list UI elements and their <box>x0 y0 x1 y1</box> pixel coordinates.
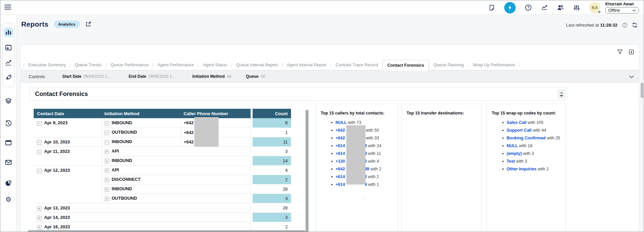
method-cell: +INBOUND <box>102 156 251 165</box>
help-icon[interactable]: ? <box>524 4 532 11</box>
item-link[interactable]: +614 <box>335 174 345 179</box>
sidebar-item-design[interactable] <box>4 73 13 82</box>
expand-icon[interactable]: + <box>105 197 109 201</box>
preferences-icon[interactable] <box>573 4 580 11</box>
sidebar-item-settings[interactable]: ⚙ <box>5 196 12 203</box>
item-link[interactable]: +642 <box>335 136 345 140</box>
refresh-icon[interactable] <box>632 22 638 28</box>
filter-start-date[interactable]: Start Date09/04/2023 1... <box>62 74 110 79</box>
tab-bar: Executive SummaryQueue TrendsQueue Perfo… <box>24 60 520 70</box>
chevron-down-icon[interactable] <box>629 74 634 79</box>
tab-queue-interval-report[interactable]: Queue Interval Report <box>232 60 282 70</box>
initiation-method-value: INBOUND <box>112 186 132 191</box>
item-link[interactable]: NULL <box>507 143 518 148</box>
list-item: Sales Call with 105 <box>487 119 566 127</box>
tab-wrap-up-performance[interactable]: Wrap-Up Performance <box>469 60 519 70</box>
tab-queue-planning[interactable]: Queue Planning <box>429 60 468 70</box>
item-link[interactable]: +614 <box>335 143 345 148</box>
avatar[interactable]: KA <box>589 2 601 13</box>
item-link[interactable]: Booking Confirmed <box>507 136 546 140</box>
col-initiation-method[interactable]: Initiation Method <box>102 109 181 118</box>
expand-icon[interactable]: + <box>105 159 109 163</box>
item-link[interactable]: Test <box>507 159 515 164</box>
spinner-down-icon[interactable] <box>560 95 563 97</box>
expand-icon[interactable]: + <box>105 178 109 182</box>
count-cell: 3 <box>253 146 291 156</box>
svg-text:?: ? <box>527 5 529 9</box>
item-link[interactable]: +614 <box>335 151 345 156</box>
sidebar-item-line-chart[interactable] <box>4 58 13 67</box>
tab-agent-performance[interactable]: Agent Performance <box>153 60 198 70</box>
tab-agent-interval-report[interactable]: Agent Interval Report <box>282 60 331 70</box>
spinner-up-icon[interactable] <box>560 92 563 94</box>
filter-initiation-method[interactable]: Initiation MethodAll <box>192 74 231 79</box>
forensics-table: Contact Date Initiation Method Caller Ph… <box>34 109 292 232</box>
method-cell: −INBOUND <box>102 118 181 128</box>
gear-icon: ⚙ <box>5 196 11 203</box>
filter-icon[interactable] <box>617 49 623 55</box>
page-title: Reports <box>21 20 49 28</box>
method-cell: +DISCONNECT <box>102 175 251 184</box>
initiation-method-value: INBOUND <box>112 139 132 144</box>
page-scrollbar[interactable] <box>641 83 643 98</box>
spinner-control[interactable] <box>558 89 565 99</box>
count-cell: 8 <box>253 118 291 128</box>
col-count[interactable]: Count <box>253 109 291 118</box>
sidebar-item-calendar[interactable] <box>4 43 13 52</box>
notes-icon[interactable] <box>488 4 495 11</box>
tab-queue-performance[interactable]: Queue Performance <box>106 60 153 70</box>
expand-icon[interactable]: + <box>105 168 109 173</box>
item-link[interactable]: +642 <box>335 128 345 133</box>
table-row: +Apr 13, 202328 <box>34 203 291 212</box>
item-link[interactable]: Support Call <box>507 128 532 133</box>
sidebar-item-window[interactable] <box>5 139 12 146</box>
sidebar-item-layers[interactable] <box>5 97 12 105</box>
item-link[interactable]: +614 <box>335 182 345 187</box>
metrics-icon[interactable] <box>541 4 548 11</box>
tab-contract-trace-record[interactable]: Contract Trace Record <box>331 60 382 70</box>
expand-icon[interactable]: + <box>37 216 41 220</box>
status-dropdown[interactable]: Offline <box>605 7 639 13</box>
filter-end-date[interactable]: End Date29/05/2023 1... <box>129 74 175 79</box>
expand-icon[interactable]: + <box>105 150 109 154</box>
sidebar-item-pie-chart[interactable] <box>5 179 12 187</box>
tab-executive-summary[interactable]: Executive Summary <box>24 60 70 70</box>
collapse-icon[interactable]: − <box>37 121 41 126</box>
collapse-icon[interactable]: − <box>105 121 109 126</box>
expand-icon[interactable]: + <box>37 225 41 230</box>
col-caller-phone-number[interactable]: Caller Phone Number <box>181 109 251 118</box>
collapse-icon[interactable]: − <box>37 150 41 154</box>
horizontal-scrollbar[interactable] <box>28 230 305 232</box>
vertical-scrollbar[interactable] <box>305 110 309 232</box>
tab-agent-status[interactable]: Agent Status <box>199 60 232 70</box>
item-link[interactable]: NULL <box>335 120 347 125</box>
sidebar-item-mail[interactable] <box>5 159 12 166</box>
item-link[interactable]: (empty) <box>507 151 522 156</box>
sidebar-item-history[interactable] <box>5 120 12 127</box>
menu-icon[interactable] <box>4 5 11 10</box>
item-link[interactable]: +120 <box>335 159 345 164</box>
item-link[interactable]: Other Inquiries <box>507 167 537 171</box>
collapse-icon[interactable]: − <box>37 169 41 173</box>
filter-queue[interactable]: QueueAll <box>246 74 265 79</box>
download-icon[interactable] <box>628 49 634 55</box>
item-count-text: with 2 <box>371 167 382 171</box>
collapse-icon[interactable]: − <box>105 131 109 135</box>
col-contact-date[interactable]: Contact Date <box>34 109 102 118</box>
tab-contact-forensics[interactable]: Contact Forensics <box>383 60 429 71</box>
tab-queue-trends[interactable]: Queue Trends <box>70 60 106 70</box>
contacts-icon[interactable] <box>557 4 564 11</box>
external-link-icon[interactable] <box>85 21 91 27</box>
collapse-icon[interactable]: − <box>37 140 41 145</box>
quick-actions-icon[interactable] <box>504 2 516 13</box>
expand-icon[interactable]: + <box>37 206 41 211</box>
count-cell: 3 <box>253 194 291 203</box>
expand-icon[interactable]: + <box>105 187 109 192</box>
collapse-icon[interactable]: − <box>105 140 109 144</box>
item-link[interactable]: Sales Call <box>507 120 526 125</box>
sidebar-item-bar-chart[interactable] <box>4 28 13 37</box>
info-icon[interactable] <box>622 22 627 28</box>
method-cell: +INBOUND <box>102 184 251 194</box>
contact-date-value: Apr 11, 2023 <box>44 149 70 154</box>
item-link[interactable]: +642 <box>335 167 345 171</box>
